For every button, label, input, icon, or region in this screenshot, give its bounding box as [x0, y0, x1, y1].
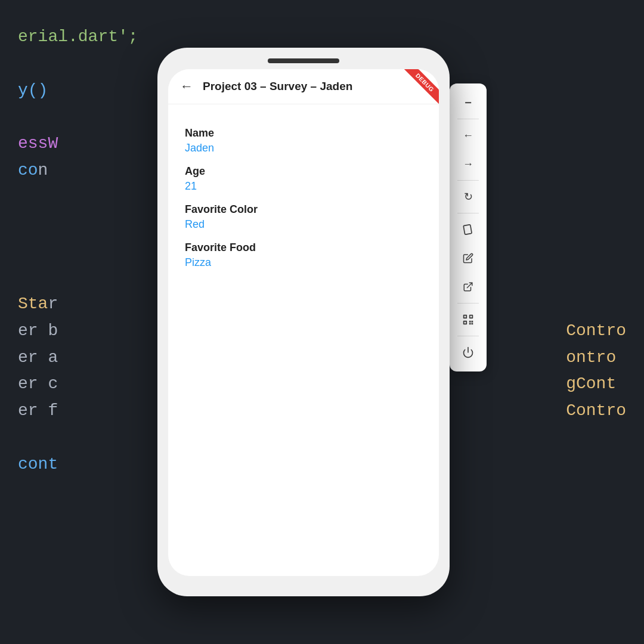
simulator-wrapper: ← Project 03 – Survey – Jaden Name Jaden…: [157, 48, 487, 596]
code-text: cont: [18, 455, 58, 473]
svg-line-1: [467, 283, 472, 287]
edit-button[interactable]: [455, 245, 481, 271]
code-text: er f: [18, 401, 58, 420]
refresh-button[interactable]: ↻: [455, 184, 481, 210]
svg-rect-9: [472, 321, 473, 323]
food-value: Pizza: [185, 256, 422, 269]
rotate-button[interactable]: [455, 216, 481, 243]
svg-rect-10: [469, 323, 471, 325]
svg-rect-8: [469, 321, 471, 323]
svg-rect-0: [463, 225, 472, 235]
phone-frame: ← Project 03 – Survey – Jaden Name Jaden…: [157, 48, 450, 596]
back-arrow-icon[interactable]: ←: [180, 79, 193, 94]
app-title: Project 03 – Survey – Jaden: [203, 80, 352, 93]
name-label: Name: [185, 127, 422, 140]
divider: [457, 119, 479, 119]
power-icon: [462, 346, 474, 358]
code-right: Contro ontro gCont Contro: [566, 24, 626, 425]
phone-notch: [268, 58, 339, 63]
qr-button[interactable]: [455, 306, 481, 333]
qr-icon: [462, 313, 475, 326]
pencil-icon: [463, 253, 473, 264]
external-link-icon: [463, 281, 473, 292]
age-value: 21: [185, 180, 422, 193]
power-button[interactable]: [455, 339, 481, 366]
code-text: erial.dart';: [18, 27, 138, 46]
devtools-sidebar: − ← → ↻: [450, 83, 487, 371]
color-value: Red: [185, 218, 422, 231]
code-text: co: [18, 161, 38, 179]
svg-rect-7: [465, 322, 466, 324]
name-value: Jaden: [185, 142, 422, 154]
back-nav-button[interactable]: ←: [455, 122, 481, 148]
survey-content: Name Jaden Age 21 Favorite Color Red Fav…: [168, 104, 439, 283]
code-text: n: [38, 161, 48, 179]
forward-nav-button[interactable]: →: [455, 151, 481, 177]
code-text: y(): [18, 81, 48, 100]
minimize-button[interactable]: −: [455, 89, 481, 116]
external-link-button[interactable]: [455, 274, 481, 300]
code-text: r: [48, 295, 58, 313]
code-text: Sta: [18, 295, 48, 313]
color-label: Favorite Color: [185, 203, 422, 216]
code-text: er b: [18, 321, 58, 340]
code-text: er c: [18, 374, 58, 393]
divider: [457, 213, 479, 213]
svg-rect-11: [472, 323, 473, 325]
divider: [457, 180, 479, 181]
divider: [457, 336, 479, 336]
divider: [457, 303, 479, 304]
svg-rect-3: [465, 316, 466, 318]
age-label: Age: [185, 165, 422, 178]
rotate-icon: [462, 224, 474, 236]
code-text: er a: [18, 348, 58, 367]
phone-screen: ← Project 03 – Survey – Jaden Name Jaden…: [168, 69, 439, 576]
app-bar: ← Project 03 – Survey – Jaden: [168, 69, 439, 104]
code-text: essW: [18, 134, 58, 153]
svg-rect-5: [470, 316, 472, 318]
food-label: Favorite Food: [185, 242, 422, 254]
